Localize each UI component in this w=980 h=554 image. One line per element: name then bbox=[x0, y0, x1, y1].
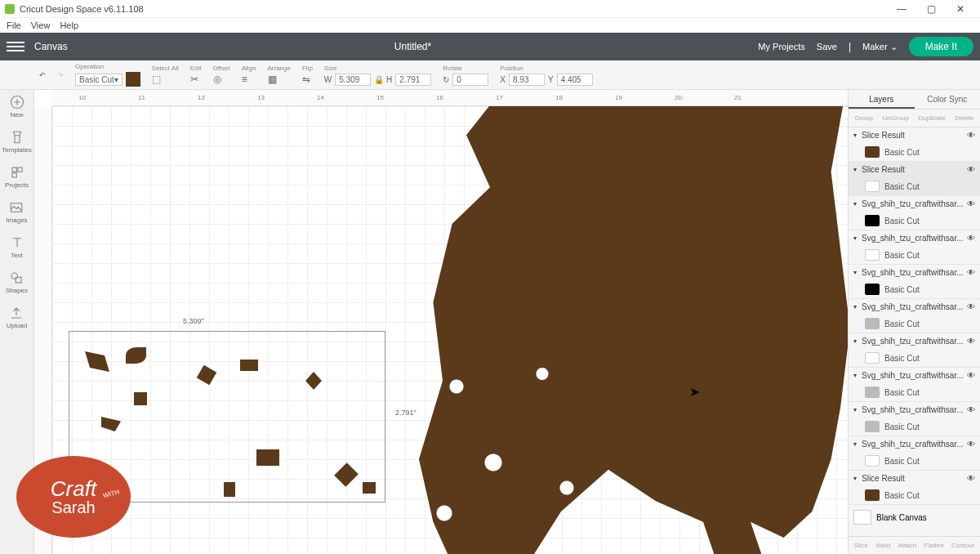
templates-button[interactable]: Templates bbox=[2, 130, 31, 154]
hamburger-icon[interactable] bbox=[7, 42, 24, 51]
layer-header[interactable]: ▾Svg_shih_tzu_craftwithsar...👁 bbox=[849, 299, 980, 315]
menu-view[interactable]: View bbox=[31, 20, 51, 30]
layers-list[interactable]: ▾Slice Result👁 Basic Cut▾Slice Result👁 B… bbox=[849, 127, 980, 536]
save-link[interactable]: Save bbox=[817, 42, 837, 51]
color-swatch[interactable] bbox=[126, 72, 140, 87]
width-input[interactable]: 5.309 bbox=[335, 74, 371, 86]
flatten-button[interactable]: Flatten bbox=[924, 542, 943, 549]
text-button[interactable]: Text bbox=[10, 235, 24, 259]
visibility-icon[interactable]: 👁 bbox=[967, 337, 975, 346]
images-button[interactable]: Images bbox=[6, 200, 27, 224]
layer-group[interactable]: ▾Slice Result👁 Basic Cut bbox=[849, 127, 980, 162]
design-flowers bbox=[395, 311, 640, 554]
layer-header[interactable]: ▾Svg_shih_tzu_craftwithsar...👁 bbox=[849, 230, 980, 246]
shapes-button[interactable]: Shapes bbox=[6, 270, 28, 294]
layer-group[interactable]: ▾Svg_shih_tzu_craftwithsar...👁 Basic Cut bbox=[849, 436, 980, 471]
visibility-icon[interactable]: 👁 bbox=[967, 131, 975, 140]
layer-thumb-icon bbox=[865, 215, 880, 226]
group-button[interactable]: Group bbox=[855, 114, 873, 122]
menu-file[interactable]: File bbox=[7, 20, 21, 30]
contour-button[interactable]: Contour bbox=[951, 542, 974, 549]
layer-row[interactable]: Basic Cut bbox=[849, 177, 980, 195]
svg-rect-2 bbox=[17, 168, 21, 172]
visibility-icon[interactable]: 👁 bbox=[967, 405, 975, 414]
layer-group[interactable]: ▾Svg_shih_tzu_craftwithsar...👁 Basic Cut bbox=[849, 299, 980, 333]
blank-canvas-row[interactable]: Blank Canvas bbox=[849, 505, 980, 529]
layer-header[interactable]: ▾Svg_shih_tzu_craftwithsar...👁 bbox=[849, 368, 980, 383]
layer-row[interactable]: Basic Cut bbox=[849, 212, 980, 230]
tab-layers[interactable]: Layers bbox=[849, 90, 915, 109]
weld-button[interactable]: Weld bbox=[875, 542, 890, 549]
ungroup-button[interactable]: UnGroup bbox=[882, 114, 908, 122]
pos-x-input[interactable]: 8.93 bbox=[509, 74, 545, 86]
visibility-icon[interactable]: 👁 bbox=[967, 474, 975, 483]
close-icon[interactable]: ✕ bbox=[946, 3, 975, 15]
layer-header[interactable]: ▾Svg_shih_tzu_craftwithsar...👁 bbox=[849, 402, 980, 418]
duplicate-button[interactable]: Duplicate bbox=[918, 114, 945, 122]
layer-header[interactable]: ▾Svg_shih_tzu_craftwithsar...👁 bbox=[849, 265, 980, 280]
projects-button[interactable]: Projects bbox=[5, 165, 29, 189]
layer-row[interactable]: Basic Cut bbox=[849, 418, 980, 436]
maximize-icon[interactable]: ▢ bbox=[916, 3, 946, 15]
layer-group[interactable]: ▾Slice Result👁 Basic Cut bbox=[849, 471, 980, 505]
layer-row[interactable]: Basic Cut bbox=[849, 486, 980, 504]
visibility-icon[interactable]: 👁 bbox=[967, 165, 975, 174]
visibility-icon[interactable]: 👁 bbox=[967, 234, 975, 243]
upload-button[interactable]: Upload bbox=[7, 306, 27, 329]
machine-select[interactable]: Maker ⌄ bbox=[862, 42, 898, 52]
redo-icon[interactable]: ↷ bbox=[57, 71, 64, 79]
layer-header[interactable]: ▾Slice Result👁 bbox=[849, 162, 980, 177]
attach-button[interactable]: Attach bbox=[898, 542, 916, 549]
visibility-icon[interactable]: 👁 bbox=[967, 199, 975, 208]
layer-group[interactable]: ▾Svg_shih_tzu_craftwithsar...👁 Basic Cut bbox=[849, 402, 980, 436]
menu-help[interactable]: Help bbox=[60, 20, 78, 30]
offset-icon[interactable]: ◎ bbox=[213, 74, 221, 85]
edit-icon[interactable]: ✂ bbox=[190, 74, 198, 85]
align-icon[interactable]: ≡ bbox=[242, 74, 247, 85]
layer-row[interactable]: Basic Cut bbox=[849, 349, 980, 367]
layer-group[interactable]: ▾Slice Result👁 Basic Cut bbox=[849, 162, 980, 196]
operation-dropdown[interactable]: Basic Cut ▾ bbox=[75, 74, 122, 86]
layer-row[interactable]: Basic Cut bbox=[849, 143, 980, 161]
layer-row[interactable]: Basic Cut bbox=[849, 383, 980, 401]
new-button[interactable]: New bbox=[10, 95, 24, 118]
layer-header[interactable]: ▾Svg_shih_tzu_craftwithsar...👁 bbox=[849, 196, 980, 212]
arrange-icon[interactable]: ▦ bbox=[268, 74, 277, 85]
visibility-icon[interactable]: 👁 bbox=[967, 440, 975, 449]
layer-header[interactable]: ▾Slice Result👁 bbox=[849, 471, 980, 486]
visibility-icon[interactable]: 👁 bbox=[967, 268, 975, 277]
tab-colorsync[interactable]: Color Sync bbox=[915, 90, 981, 109]
layer-group[interactable]: ▾Svg_shih_tzu_craftwithsar...👁 Basic Cut bbox=[849, 333, 980, 368]
design-canvas[interactable]: 5.309" 2.791" ➤ bbox=[52, 106, 848, 554]
layer-header[interactable]: ▾Svg_shih_tzu_craftwithsar...👁 bbox=[849, 436, 980, 452]
layer-thumb-icon bbox=[865, 421, 880, 432]
layer-header[interactable]: ▾Svg_shih_tzu_craftwithsar...👁 bbox=[849, 333, 980, 349]
pos-y-input[interactable]: 4.405 bbox=[557, 74, 593, 86]
canvas-label: Canvas bbox=[34, 41, 68, 52]
layer-row[interactable]: Basic Cut bbox=[849, 280, 980, 298]
layer-group[interactable]: ▾Svg_shih_tzu_craftwithsar...👁 Basic Cut bbox=[849, 265, 980, 299]
layer-group[interactable]: ▾Svg_shih_tzu_craftwithsar...👁 Basic Cut bbox=[849, 196, 980, 230]
layer-row[interactable]: Basic Cut bbox=[849, 452, 980, 470]
layer-group[interactable]: ▾Svg_shih_tzu_craftwithsar...👁 Basic Cut bbox=[849, 230, 980, 265]
layer-name: Svg_shih_tzu_craftwithsar... bbox=[862, 337, 964, 346]
make-it-button[interactable]: Make It bbox=[909, 37, 973, 56]
layer-row[interactable]: Basic Cut bbox=[849, 315, 980, 333]
flip-icon[interactable]: ⇋ bbox=[302, 74, 310, 85]
layer-name: Slice Result bbox=[862, 474, 905, 483]
select-all-icon[interactable]: ⬚ bbox=[152, 74, 161, 85]
layer-header[interactable]: ▾Slice Result👁 bbox=[849, 127, 980, 143]
height-input[interactable]: 2.791 bbox=[395, 74, 431, 86]
layer-row[interactable]: Basic Cut bbox=[849, 246, 980, 264]
delete-button[interactable]: Delete bbox=[955, 114, 973, 122]
my-projects-link[interactable]: My Projects bbox=[758, 42, 804, 51]
canvas-wrapper: 101112131415161718192021 5.309" 2.791" bbox=[34, 90, 848, 554]
rotate-input[interactable]: 0 bbox=[452, 74, 488, 86]
minimize-icon[interactable]: — bbox=[887, 3, 916, 15]
visibility-icon[interactable]: 👁 bbox=[967, 302, 975, 311]
undo-icon[interactable]: ↶ bbox=[39, 71, 46, 79]
layer-group[interactable]: ▾Svg_shih_tzu_craftwithsar...👁 Basic Cut bbox=[849, 368, 980, 402]
visibility-icon[interactable]: 👁 bbox=[967, 371, 975, 380]
slice-button[interactable]: Slice bbox=[854, 542, 868, 549]
app-menubar: File View Help bbox=[0, 18, 980, 33]
